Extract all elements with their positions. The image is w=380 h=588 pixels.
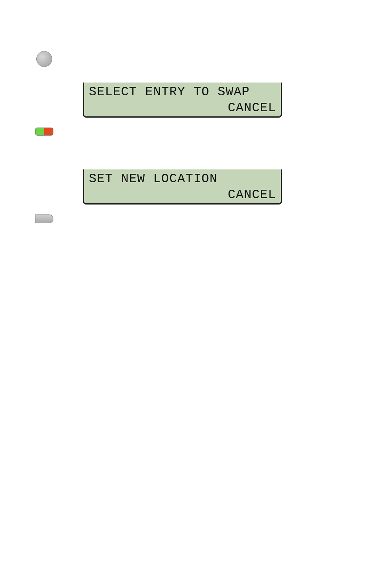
lcd-1-line-1: SELECT ENTRY TO SWAP [89, 84, 276, 100]
lcd-display-1: SELECT ENTRY TO SWAP CANCEL [83, 83, 282, 118]
lcd-2-line-1: SET NEW LOCATION [89, 171, 276, 187]
lcd-2-cancel[interactable]: CANCEL [89, 187, 276, 203]
side-button[interactable] [35, 214, 53, 223]
lcd-display-2: SET NEW LOCATION CANCEL [83, 169, 282, 205]
status-led-icon [35, 128, 53, 136]
lcd-1-cancel[interactable]: CANCEL [89, 100, 276, 116]
rotary-knob[interactable] [36, 51, 52, 67]
